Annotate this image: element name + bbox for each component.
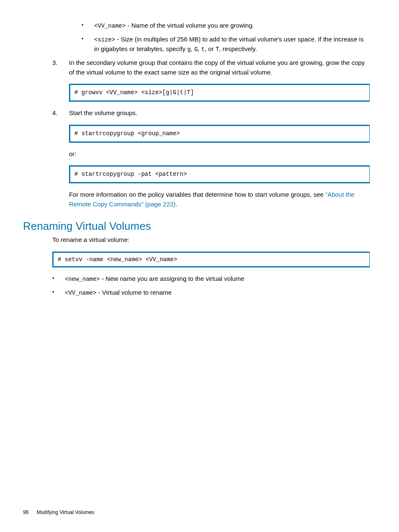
param-code: <VV_name> <box>65 290 97 296</box>
parameter-list-1: <VV_name> - Name of the virtual volume y… <box>65 21 370 54</box>
info-text-b: . <box>176 200 177 208</box>
sep: , <box>198 45 201 52</box>
step-number: 3. <box>52 58 58 68</box>
steps-block: 3. In the secondary volume group that co… <box>52 58 370 209</box>
or-text: or: <box>69 149 370 159</box>
page-number: 96 <box>23 509 28 515</box>
param-code: <VV_name> <box>94 23 126 29</box>
section-heading-renaming: Renaming Virtual Volumes <box>23 220 370 233</box>
code-g: g <box>187 46 191 53</box>
section2-content: # setvv -name <new_name> <VV_name> <new_… <box>52 252 370 298</box>
param-desc: - Virtual volume to rename <box>97 289 172 296</box>
sep: , or <box>205 45 216 52</box>
code-box: # growvv <VV_name> <size>[g|G|t|T] <box>69 84 370 102</box>
param-code: <size> <box>94 36 115 43</box>
content-top: <VV_name> - Name of the virtual volume y… <box>65 21 370 54</box>
parameter-list-2: <new_name> - New name you are assigning … <box>52 274 370 298</box>
section-intro: To rename a virtual volume: <box>52 235 370 245</box>
code-T: T <box>215 46 219 53</box>
info-paragraph: For more information on the policy varia… <box>69 190 370 209</box>
step-number: 4. <box>52 108 58 118</box>
list-item: <new_name> - New name you are assigning … <box>52 274 370 284</box>
step-3: 3. In the secondary volume group that co… <box>52 58 370 102</box>
code-box: # startrcopygroup <group_name> <box>69 125 370 143</box>
code-t: t <box>201 46 205 53</box>
step-text: Start the volume groups. <box>69 109 137 116</box>
step-text: In the secondary volume group that conta… <box>69 59 365 76</box>
footer-title: Modifying Virtual Volumes <box>37 509 95 515</box>
page-footer: 96 Modifying Virtual Volumes <box>23 509 95 515</box>
list-item: <size> - Size (in multiples of 256 MB) t… <box>82 35 370 54</box>
list-item: <VV_name> - Name of the virtual volume y… <box>82 21 370 31</box>
info-text-a: For more information on the policy varia… <box>69 191 325 198</box>
param-desc: - New name you are assigning to the virt… <box>100 275 244 282</box>
list-item: <VV_name> - Virtual volume to rename <box>52 288 370 298</box>
param-desc: - Name of the virtual volume you are gro… <box>126 22 254 29</box>
param-desc-b: , respectively. <box>219 45 257 52</box>
param-code: <new_name> <box>65 276 100 283</box>
step-4: 4. Start the volume groups. # startrcopy… <box>52 108 370 209</box>
ordered-steps: 3. In the secondary volume group that co… <box>52 58 370 209</box>
code-box: # setvv -name <new_name> <VV_name> <box>52 252 370 267</box>
code-box: # startrcopygroup -pat <pattern> <box>69 165 370 183</box>
code-G: G <box>194 46 197 53</box>
